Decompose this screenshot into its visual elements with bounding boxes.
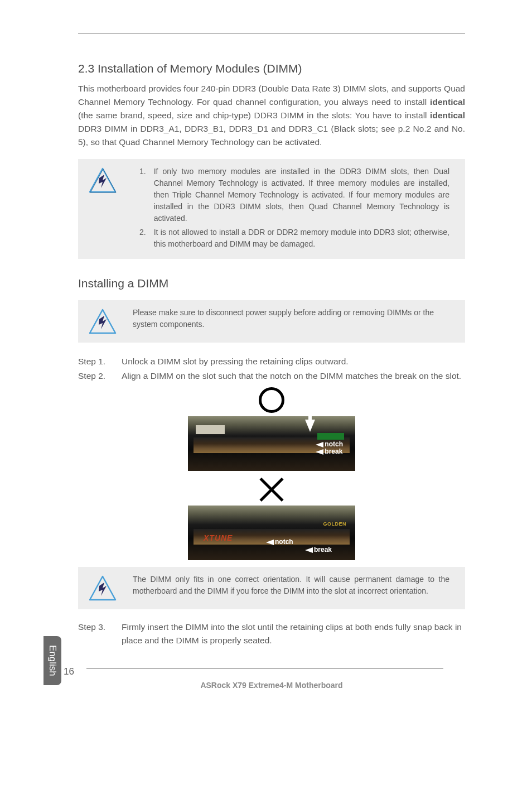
footer-text: ASRock X79 Extreme4-M Motherboard <box>78 681 465 690</box>
note-item-2: 2. It is not allowed to install a DDR or… <box>139 227 449 250</box>
notch-label-2: notch <box>266 538 293 546</box>
intro-p3: DDR3 DIMM in DDR3_A1, DDR3_B1, DDR3_D1 a… <box>78 124 465 147</box>
ram-label-area <box>196 425 225 434</box>
section-title: 2.3 Installation of Memory Modules (DIMM… <box>78 62 465 75</box>
intro-p1: This motherboard provides four 240-pin D… <box>78 84 465 107</box>
correct-orientation-block: notch break <box>188 387 355 471</box>
notch-text: notch <box>325 440 343 448</box>
warning-icon <box>88 167 117 195</box>
page-number: 16 <box>64 666 74 677</box>
arrow-left-icon <box>316 442 323 447</box>
arrow-left-icon <box>316 449 323 455</box>
language-tab: English <box>43 636 61 685</box>
warning-icon <box>88 575 117 603</box>
arrow-down-icon <box>305 420 315 432</box>
intro-paragraph: This motherboard provides four 240-pin D… <box>78 82 465 149</box>
dimm-images: notch break GOLDEN XTUNE notch break <box>78 387 465 560</box>
step-2-row: Step 2. Align a DIMM on the slot such th… <box>78 369 465 383</box>
break-text: break <box>325 447 342 455</box>
x-incorrect-icon <box>259 476 284 502</box>
note-1-num: 1. <box>139 166 146 224</box>
break-label-2: break <box>305 546 332 553</box>
step-3-row: Step 3. Firmly insert the DIMM into the … <box>78 620 465 647</box>
step-3-label: Step 3. <box>78 620 122 647</box>
golden-label: GOLDEN <box>323 521 346 527</box>
note-1-text: If only two memory modules are installed… <box>154 166 449 224</box>
page-content: 2.3 Installation of Memory Modules (DIMM… <box>0 0 532 712</box>
note-2-text: It is not allowed to install a DDR or DD… <box>154 227 449 250</box>
note-item-1: 1. If only two memory modules are instal… <box>139 166 449 224</box>
dimm-photo-correct: notch break <box>188 416 355 471</box>
xtune-label: XTUNE <box>204 533 233 542</box>
warning-icon <box>88 308 117 336</box>
incorrect-orientation-block: GOLDEN XTUNE notch break <box>188 471 355 560</box>
arrow-left-icon <box>305 547 313 553</box>
break-text-2: break <box>314 546 332 553</box>
note-2-num: 2. <box>139 227 146 250</box>
intro-b2: identical <box>430 110 465 120</box>
footer: 16 ASRock X79 Extreme4-M Motherboard <box>78 666 465 690</box>
notch-break-label: notch break <box>316 441 343 455</box>
note-box-power: Please make sure to disconnect power sup… <box>78 300 465 343</box>
intro-p2: (the same brand, speed, size and chip-ty… <box>78 110 430 120</box>
footer-divider <box>86 668 443 669</box>
step-2-text: Align a DIMM on the slot such that the n… <box>122 369 465 383</box>
sub-title: Installing a DIMM <box>78 277 465 290</box>
step-1-text: Unlock a DIMM slot by pressing the retai… <box>122 355 465 368</box>
step-1-label: Step 1. <box>78 355 122 368</box>
step-3-text: Firmly insert the DIMM into the slot unt… <box>122 620 465 647</box>
step-2-label: Step 2. <box>78 369 122 383</box>
power-note-text: Please make sure to disconnect power sup… <box>133 307 449 330</box>
green-chip <box>317 433 344 440</box>
intro-b1: identical <box>430 97 465 107</box>
step-1-row: Step 1. Unlock a DIMM slot by pressing t… <box>78 355 465 368</box>
orientation-note-text: The DIMM only fits in one correct orient… <box>133 574 449 597</box>
note-list: 1. If only two memory modules are instal… <box>139 166 449 252</box>
note-box-channel: 1. If only two memory modules are instal… <box>78 159 465 259</box>
arrow-left-icon <box>266 540 274 545</box>
circle-correct-icon <box>259 387 284 413</box>
notch-text-2: notch <box>275 538 293 546</box>
top-divider <box>78 33 465 34</box>
note-box-orientation: The DIMM only fits in one correct orient… <box>78 567 465 609</box>
dimm-photo-incorrect: GOLDEN XTUNE notch break <box>188 506 355 560</box>
